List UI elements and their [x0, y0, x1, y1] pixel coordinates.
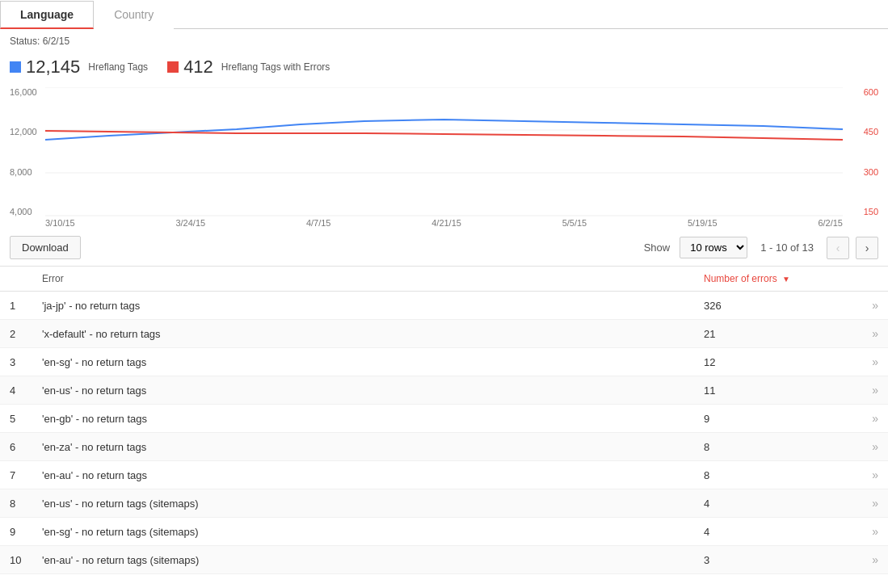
- row-num: 3: [0, 348, 32, 376]
- y-left-2: 12,000: [10, 127, 37, 136]
- table-row: 10 'en-au' - no return tags (sitemaps) 3…: [0, 546, 888, 574]
- tab-country[interactable]: Country: [94, 1, 174, 29]
- row-num: 9: [0, 518, 32, 546]
- row-error: 'en-au' - no return tags: [32, 461, 694, 489]
- chart-legend: 12,145 Hreflang Tags 412 Hreflang Tags w…: [0, 53, 888, 84]
- sort-arrow-icon: ▼: [782, 275, 790, 284]
- row-num: 7: [0, 461, 32, 489]
- row-count: 326: [694, 292, 856, 320]
- row-num: 10: [0, 546, 32, 574]
- y-right-2: 450: [864, 127, 878, 136]
- legend-blue-count: 12,145: [26, 57, 80, 78]
- row-num: 1: [0, 292, 32, 320]
- x-label-5: 5/5/15: [562, 218, 587, 228]
- chart-svg: [45, 87, 843, 216]
- row-detail-button[interactable]: »: [856, 433, 888, 461]
- table-row: 2 'x-default' - no return tags 21 »: [0, 320, 888, 348]
- row-error: 'en-sg' - no return tags (sitemaps): [32, 518, 694, 546]
- y-right-top: 600: [864, 87, 878, 97]
- row-error: 'ja-jp' - no return tags: [32, 292, 694, 320]
- row-detail-button[interactable]: »: [856, 518, 888, 546]
- table-row: 8 'en-us' - no return tags (sitemaps) 4 …: [0, 489, 888, 518]
- row-detail-button[interactable]: »: [856, 320, 888, 348]
- legend-red-count: 412: [183, 57, 213, 78]
- row-detail-button[interactable]: »: [856, 461, 888, 489]
- row-count: 12: [694, 348, 856, 376]
- page-info: 1 - 10 of 13: [760, 242, 814, 254]
- x-label-4: 4/21/15: [431, 218, 461, 228]
- rows-per-page-select[interactable]: 10 rows 25 rows 50 rows: [680, 237, 747, 258]
- table-row: 5 'en-gb' - no return tags 9 »: [0, 405, 888, 433]
- col-action: [856, 267, 888, 292]
- row-num: 2: [0, 320, 32, 348]
- row-count: 11: [694, 376, 856, 405]
- row-detail-button[interactable]: »: [856, 376, 888, 405]
- table-row: 1 'ja-jp' - no return tags 326 »: [0, 292, 888, 320]
- prev-page-button[interactable]: ‹: [827, 237, 849, 259]
- row-count: 4: [694, 489, 856, 518]
- row-error: 'en-gb' - no return tags: [32, 405, 694, 433]
- legend-red-label: Hreflang Tags with Errors: [221, 61, 330, 73]
- y-left-top: 16,000: [10, 87, 37, 97]
- table-row: 9 'en-sg' - no return tags (sitemaps) 4 …: [0, 518, 888, 546]
- y-left-3: 8,000: [10, 167, 32, 177]
- row-count: 4: [694, 518, 856, 546]
- toolbar: Download Show 10 rows 25 rows 50 rows 1 …: [0, 229, 888, 267]
- row-detail-button[interactable]: »: [856, 348, 888, 376]
- red-line: [45, 131, 843, 140]
- row-error: 'en-au' - no return tags (sitemaps): [32, 546, 694, 574]
- status-text: Status: 6/2/15: [0, 29, 888, 53]
- tabs-container: Language Country: [0, 0, 888, 29]
- errors-table: Error Number of errors ▼ 1 'ja-jp' - no …: [0, 267, 888, 574]
- x-label-2: 3/24/15: [175, 218, 205, 228]
- row-detail-button[interactable]: »: [856, 405, 888, 433]
- col-count[interactable]: Number of errors ▼: [694, 267, 856, 292]
- row-count: 8: [694, 461, 856, 489]
- x-label-1: 3/10/15: [45, 218, 75, 228]
- table-row: 4 'en-us' - no return tags 11 »: [0, 376, 888, 405]
- row-num: 8: [0, 489, 32, 518]
- x-label-6: 5/19/15: [688, 218, 718, 228]
- x-axis: 3/10/15 3/24/15 4/7/15 4/21/15 5/5/15 5/…: [0, 216, 888, 229]
- col-error: Error: [32, 267, 694, 292]
- row-detail-button[interactable]: »: [856, 546, 888, 574]
- table-row: 6 'en-za' - no return tags 8 »: [0, 433, 888, 461]
- row-count: 3: [694, 546, 856, 574]
- show-label: Show: [644, 242, 671, 254]
- row-detail-button[interactable]: »: [856, 489, 888, 518]
- download-button[interactable]: Download: [10, 236, 81, 259]
- legend-blue-box: [10, 61, 21, 73]
- legend-hreflang-errors: 412 Hreflang Tags with Errors: [167, 57, 330, 78]
- row-error: 'x-default' - no return tags: [32, 320, 694, 348]
- y-right-bottom: 150: [864, 207, 878, 216]
- row-error: 'en-us' - no return tags: [32, 376, 694, 405]
- next-page-button[interactable]: ›: [856, 237, 878, 259]
- tab-language[interactable]: Language: [0, 1, 94, 29]
- row-num: 4: [0, 376, 32, 405]
- legend-red-box: [167, 61, 179, 73]
- row-num: 6: [0, 433, 32, 461]
- pagination: Show 10 rows 25 rows 50 rows 1 - 10 of 1…: [644, 237, 878, 259]
- row-count: 8: [694, 433, 856, 461]
- row-count: 21: [694, 320, 856, 348]
- row-error: 'en-za' - no return tags: [32, 433, 694, 461]
- row-detail-button[interactable]: »: [856, 292, 888, 320]
- y-right-3: 300: [864, 167, 878, 177]
- table-row: 7 'en-au' - no return tags 8 »: [0, 461, 888, 489]
- legend-hreflang: 12,145 Hreflang Tags: [10, 57, 148, 78]
- row-num: 5: [0, 405, 32, 433]
- table-row: 3 'en-sg' - no return tags 12 »: [0, 348, 888, 376]
- col-num: [0, 267, 32, 292]
- x-label-7: 6/2/15: [818, 218, 843, 228]
- table-header-row: Error Number of errors ▼: [0, 267, 888, 292]
- y-left-bottom: 4,000: [10, 207, 32, 216]
- row-error: 'en-sg' - no return tags: [32, 348, 694, 376]
- row-error: 'en-us' - no return tags (sitemaps): [32, 489, 694, 518]
- row-count: 9: [694, 405, 856, 433]
- legend-blue-label: Hreflang Tags: [88, 61, 148, 73]
- x-label-3: 4/7/15: [306, 218, 331, 228]
